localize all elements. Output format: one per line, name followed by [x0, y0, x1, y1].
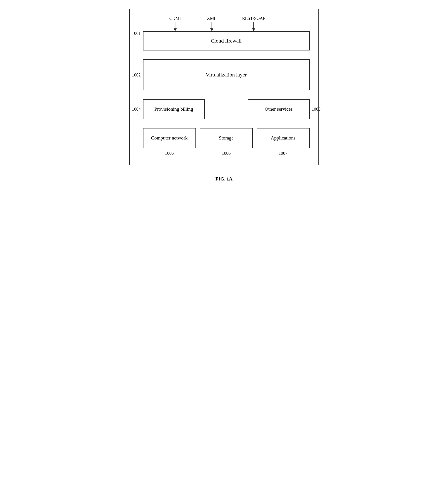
apps-label: Applications: [271, 135, 295, 141]
fig-caption: FIG. 1A: [216, 176, 232, 182]
arrow-rest: REST/SOAP: [242, 16, 265, 31]
diagram-wrapper: 1001 CDMI XML REST/SOAP: [125, 9, 323, 182]
firewall-label: Cloud firewall: [211, 38, 241, 44]
arrow-xml: XML: [207, 16, 217, 31]
label-1001: 1001: [132, 31, 141, 36]
section-virt: 1002 Virtualization layer: [143, 59, 310, 90]
other-services-box: Other services: [248, 99, 310, 119]
section-bottom: Computer network 1005 Storage 1006 Appli…: [143, 128, 310, 156]
apps-box: Applications: [257, 128, 310, 148]
rest-label: REST/SOAP: [242, 16, 265, 21]
label-1005: 1005: [165, 151, 174, 156]
bottom-item-network: Computer network 1005: [143, 128, 196, 156]
network-label: Computer network: [151, 135, 188, 141]
label-1003: 1003: [312, 107, 321, 112]
virt-label: Virtualization layer: [206, 72, 247, 78]
provisioning-box: Provisioning billing: [143, 99, 205, 119]
label-1007: 1007: [279, 151, 288, 156]
arrows-row: CDMI XML REST/SOAP: [143, 16, 310, 31]
section-firewall: 1001 CDMI XML REST/SOAP: [143, 16, 310, 50]
xml-label: XML: [207, 16, 217, 21]
cdmi-arrowhead: [174, 28, 177, 31]
cdmi-label: CDMI: [169, 16, 181, 21]
other-services-label: Other services: [265, 106, 292, 112]
provisioning-label: Provisioning billing: [154, 106, 193, 112]
xml-shaft: [212, 22, 212, 28]
storage-label: Storage: [219, 135, 234, 141]
label-1004: 1004: [132, 107, 141, 112]
firewall-box: Cloud firewall: [143, 31, 310, 50]
label-1006: 1006: [222, 151, 231, 156]
cdmi-shaft: [175, 22, 176, 28]
network-box: Computer network: [143, 128, 196, 148]
xml-arrowhead: [210, 28, 213, 31]
bottom-item-storage: Storage 1006: [200, 128, 253, 156]
bottom-item-apps: Applications 1007: [257, 128, 310, 156]
arrow-cdmi: CDMI: [169, 16, 181, 31]
storage-box: Storage: [200, 128, 253, 148]
section-services: 1004 1003 Provisioning billing Other ser…: [143, 99, 310, 119]
rest-arrowhead: [252, 28, 255, 31]
outer-box: 1001 CDMI XML REST/SOAP: [129, 9, 319, 165]
virt-box: Virtualization layer: [143, 59, 310, 90]
label-1002: 1002: [132, 72, 141, 77]
rest-shaft: [253, 22, 254, 28]
